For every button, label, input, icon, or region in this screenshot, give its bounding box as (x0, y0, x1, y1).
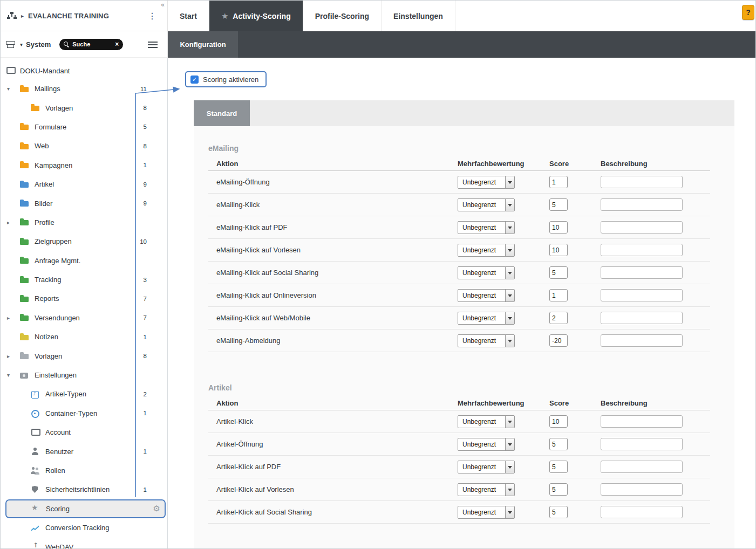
score-input[interactable] (549, 312, 568, 324)
beschreibung-input[interactable] (601, 483, 683, 496)
item-count-badge: 8 (144, 143, 147, 149)
sidebar-item-sicherheitsrichtlinien[interactable]: Sicherheitsrichtlinien 1 (1, 480, 167, 499)
score-input[interactable] (549, 289, 568, 301)
mehrfachbewertung-select[interactable]: Unbegrenzt (458, 461, 515, 473)
folder-orange-icon (20, 161, 29, 169)
help-button[interactable]: ? (742, 5, 754, 20)
sidebar-item-account[interactable]: Account (1, 423, 167, 442)
beschreibung-input[interactable] (601, 506, 683, 518)
sidebar-item-zielgruppen[interactable]: Zielgruppen 10 (1, 232, 167, 251)
scoring-activate-checkbox[interactable]: Scoring aktivieren (185, 71, 267, 87)
select-value: Unbegrenzt (458, 224, 505, 231)
beschreibung-input[interactable] (601, 176, 683, 188)
sidebar-item-doku-mandant[interactable]: DOKU-Mandant (1, 62, 167, 79)
hamburger-menu-icon[interactable] (148, 42, 158, 48)
mehrfachbewertung-select[interactable]: Unbegrenzt (458, 198, 515, 211)
item-count-badge: 7 (144, 314, 147, 321)
mehrfachbewertung-select[interactable]: Unbegrenzt (458, 266, 515, 279)
root-label: DOKU-Mandant (20, 67, 70, 75)
sidebar-item-bilder[interactable]: Bilder 9 (1, 194, 167, 212)
system-label: System (26, 40, 51, 49)
score-cell (549, 312, 601, 324)
sidebar-item-container-typen[interactable]: Container-Typen 1 (1, 404, 167, 423)
score-input[interactable] (549, 483, 568, 496)
mehrfachbewertung-select[interactable]: Unbegrenzt (458, 176, 515, 189)
tab-einstellungen[interactable]: Einstellungen (382, 1, 455, 31)
tree-item-label: Vorlagen (35, 352, 62, 360)
monitor-icon (6, 67, 15, 74)
beschreibung-cell (601, 438, 710, 450)
sidebar-item-tracking[interactable]: Tracking 3 (1, 270, 167, 289)
beschreibung-input[interactable] (601, 415, 683, 428)
sidebar-item-kampagnen[interactable]: Kampagnen 1 (1, 156, 167, 175)
beschreibung-input[interactable] (601, 312, 683, 324)
tab-activity-scoring[interactable]: Activity-Scoring (209, 1, 303, 31)
sidebar-item-anfrage-mgmt[interactable]: Anfrage Mgmt. (1, 251, 167, 270)
tab-standard[interactable]: Standard (194, 100, 250, 126)
mehrfachbewertung-select[interactable]: Unbegrenzt (458, 244, 515, 257)
sidebar-item-formulare[interactable]: Formulare 5 (1, 118, 167, 136)
folder-green-icon (20, 295, 29, 303)
sidebar-item-reports[interactable]: Reports 7 (1, 289, 167, 308)
table-header-row: Aktion Mehrfachbewertung Score Beschreib… (208, 157, 710, 171)
sidebar-item-einstellungen[interactable]: Einstellungen (1, 366, 167, 385)
gear-icon[interactable] (153, 504, 160, 513)
score-input[interactable] (549, 266, 568, 279)
checkbox-checked-icon[interactable] (190, 76, 199, 84)
sidebar-item-mailings[interactable]: Mailings 11 (1, 79, 167, 98)
beschreibung-input[interactable] (601, 461, 683, 473)
scoring-config-panel: Standard eMailing Aktion Mehrfachbewertu… (194, 100, 734, 549)
beschreibung-input[interactable] (601, 289, 683, 301)
tab-start[interactable]: Start (168, 1, 209, 31)
sidebar-item-webdav[interactable]: WebDAV (1, 537, 167, 549)
sidebar-item-notizen[interactable]: Notizen 1 (1, 327, 167, 346)
sidebar-item-rollen[interactable]: Rollen (1, 461, 167, 480)
collapse-sidebar-icon[interactable]: « (161, 1, 165, 9)
sidebar-item-versendungen[interactable]: Versendungen 7 (1, 308, 167, 327)
score-input[interactable] (549, 334, 568, 347)
sidebar-item-conversion-tracking[interactable]: Conversion Tracking (1, 518, 167, 537)
tab-profile-scoring[interactable]: Profile-Scoring (303, 1, 382, 31)
kebab-menu-icon[interactable]: ⋮ (148, 11, 156, 21)
beschreibung-input[interactable] (601, 244, 683, 256)
sidebar-item-artikel[interactable]: Artikel 9 (1, 175, 167, 194)
score-input[interactable] (549, 198, 568, 211)
mehrfachbewertung-select[interactable]: Unbegrenzt (458, 334, 515, 347)
mehrfachbewertung-select[interactable]: Unbegrenzt (458, 289, 515, 302)
score-input[interactable] (549, 176, 568, 188)
clear-search-icon[interactable]: × (115, 41, 119, 47)
beschreibung-input[interactable] (601, 266, 683, 279)
table-row: eMailing-Klick auf Web/Mobile Unbegrenzt (208, 307, 710, 330)
expand-arrow-icon (7, 372, 13, 378)
beschreibung-input[interactable] (601, 221, 683, 234)
sidebar-item-profile[interactable]: Profile (1, 213, 167, 232)
sidebar-item-scoring[interactable]: Scoring (5, 499, 166, 518)
mehrfachbewertung-select[interactable]: Unbegrenzt (458, 415, 515, 428)
mehrfachbewertung-select[interactable]: Unbegrenzt (458, 438, 515, 451)
mehrfachbewertung-select[interactable]: Unbegrenzt (458, 221, 515, 234)
tab-konfiguration[interactable]: Konfiguration (168, 31, 238, 58)
sidebar-item-artikel-typen[interactable]: Artikel-Typen 2 (1, 385, 167, 403)
score-input[interactable] (549, 506, 568, 518)
score-input[interactable] (549, 461, 568, 473)
select-dropdown-arrow-icon (505, 267, 514, 279)
sidebar-item-web[interactable]: Web 8 (1, 136, 167, 155)
beschreibung-input[interactable] (601, 198, 683, 211)
mehrfachbewertung-select[interactable]: Unbegrenzt (458, 312, 515, 325)
mehrfachbewertung-select[interactable]: Unbegrenzt (458, 483, 515, 496)
score-input[interactable] (549, 244, 568, 256)
mehrfachbewertung-select[interactable]: Unbegrenzt (458, 506, 515, 519)
sidebar-item-benutzer[interactable]: Benutzer 1 (1, 442, 167, 461)
score-input[interactable] (549, 415, 568, 428)
search-input[interactable] (72, 41, 112, 47)
beschreibung-input[interactable] (601, 438, 683, 450)
beschreibung-input[interactable] (601, 334, 683, 347)
sidebar-item-vorlagen-mailings[interactable]: Vorlagen 8 (1, 98, 167, 117)
sidebar-item-vorlagen[interactable]: Vorlagen 8 (1, 346, 167, 365)
score-input[interactable] (549, 438, 568, 450)
article-type-icon (31, 390, 40, 398)
item-count-badge: 8 (144, 105, 147, 111)
system-dropdown[interactable]: System (20, 40, 51, 49)
tree-item-label: Bilder (35, 200, 52, 208)
score-input[interactable] (549, 221, 568, 234)
